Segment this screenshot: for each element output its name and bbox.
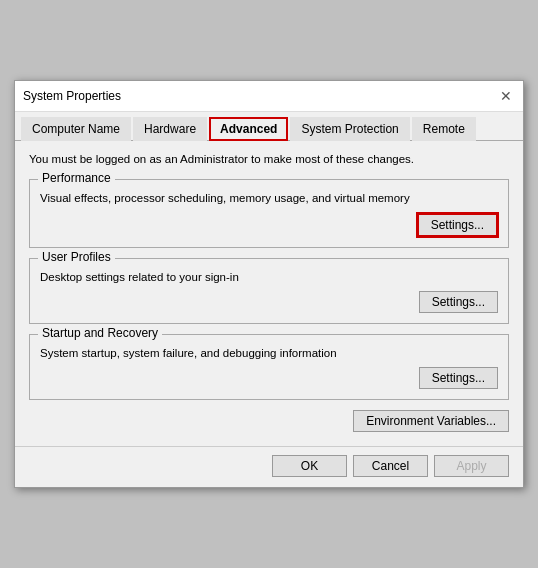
window-title: System Properties xyxy=(23,89,121,103)
startup-recovery-label: Startup and Recovery xyxy=(38,326,162,340)
ok-button[interactable]: OK xyxy=(272,455,347,477)
tab-remote[interactable]: Remote xyxy=(412,117,476,141)
title-bar: System Properties ✕ xyxy=(15,81,523,112)
system-properties-window: System Properties ✕ Computer Name Hardwa… xyxy=(14,80,524,487)
tab-advanced[interactable]: Advanced xyxy=(209,117,288,141)
dialog-footer: OK Cancel Apply xyxy=(15,446,523,487)
user-profiles-settings-button[interactable]: Settings... xyxy=(419,291,498,313)
performance-description: Visual effects, processor scheduling, me… xyxy=(40,190,498,206)
tab-bar: Computer Name Hardware Advanced System P… xyxy=(15,112,523,141)
tab-system-protection[interactable]: System Protection xyxy=(290,117,409,141)
env-variables-row: Environment Variables... xyxy=(29,410,509,432)
performance-label: Performance xyxy=(38,171,115,185)
startup-recovery-description: System startup, system failure, and debu… xyxy=(40,345,498,361)
user-profiles-group: User Profiles Desktop settings related t… xyxy=(29,258,509,324)
cancel-button[interactable]: Cancel xyxy=(353,455,428,477)
close-button[interactable]: ✕ xyxy=(497,87,515,105)
environment-variables-button[interactable]: Environment Variables... xyxy=(353,410,509,432)
admin-notice: You must be logged on as an Administrato… xyxy=(29,151,509,167)
tab-content: You must be logged on as an Administrato… xyxy=(15,141,523,445)
user-profiles-description: Desktop settings related to your sign-in xyxy=(40,269,498,285)
performance-settings-button[interactable]: Settings... xyxy=(417,213,498,237)
startup-recovery-group: Startup and Recovery System startup, sys… xyxy=(29,334,509,400)
performance-group: Performance Visual effects, processor sc… xyxy=(29,179,509,247)
user-profiles-label: User Profiles xyxy=(38,250,115,264)
tab-computer-name[interactable]: Computer Name xyxy=(21,117,131,141)
startup-recovery-settings-button[interactable]: Settings... xyxy=(419,367,498,389)
tab-hardware[interactable]: Hardware xyxy=(133,117,207,141)
apply-button[interactable]: Apply xyxy=(434,455,509,477)
